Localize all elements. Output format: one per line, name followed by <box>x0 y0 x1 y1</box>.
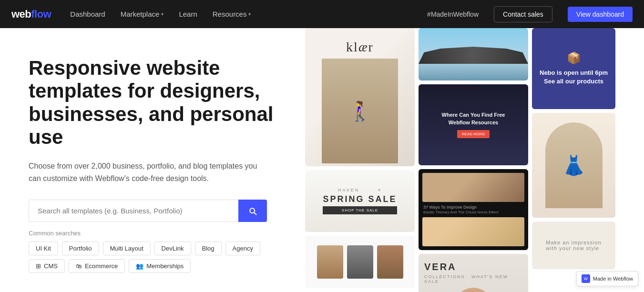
template-resources[interactable]: Where Can You Find FreeWebflow Resources… <box>419 84 528 165</box>
spring-nav: HAVEN · ≡ <box>323 188 397 192</box>
vera-subtitle: COLLECTIONS WHAT'S NEW SALE <box>424 274 522 284</box>
klaer-title: klær <box>346 40 374 55</box>
cms-icon: ⊞ <box>36 262 41 270</box>
search-row <box>29 200 267 222</box>
tag-ecommerce[interactable]: 🛍 Ecommerce <box>69 259 125 273</box>
search-button[interactable] <box>238 200 267 222</box>
tag-memberships[interactable]: 👥 Memberships <box>129 259 191 273</box>
search-input[interactable] <box>29 200 238 222</box>
template-fashion[interactable]: 👗 <box>532 113 615 218</box>
bridge-shape <box>419 45 528 64</box>
vera-title: VERA <box>424 262 522 272</box>
fashion-figure: 👗 <box>545 122 603 208</box>
common-searches-label: Common searches <box>29 230 276 237</box>
templates-grid: klær 🚶‍♀️ HAVEN · ≡ SPRING SALE SHOP THE… <box>305 28 644 292</box>
people-icon: 👥 <box>136 262 143 270</box>
shopping-cart-icon: 🛍 <box>76 262 82 270</box>
tags-row-1: UI Kit Portfolio Multi Layout DevLink Bl… <box>29 242 276 255</box>
tag-ui-kit[interactable]: UI Kit <box>29 242 58 255</box>
tag-blog[interactable]: Blog <box>195 242 222 255</box>
resources-title: Where Can You Find FreeWebflow Resources <box>442 111 505 126</box>
tag-agency[interactable]: Agency <box>225 242 260 255</box>
design-label: 37 Ways To Improve DesignElastic Themes … <box>422 205 524 214</box>
hero-title: Responsive website templates for designe… <box>29 57 276 149</box>
template-col-1: klær 🚶‍♀️ HAVEN · ≡ SPRING SALE SHOP THE… <box>305 28 415 292</box>
chevron-down-icon: ▾ <box>248 11 251 17</box>
template-design[interactable]: 37 Ways To Improve DesignElastic Themes … <box>419 169 528 250</box>
hero-subtitle: Choose from over 2,000 business, portfol… <box>29 160 257 184</box>
contact-sales-button[interactable]: Contact sales <box>494 6 552 22</box>
nav-learn[interactable]: Learn <box>179 10 197 18</box>
template-nebo[interactable]: 📦 Nebo is open until 6pmSee all our prod… <box>532 28 615 109</box>
chair-3 <box>377 245 403 279</box>
chevron-down-icon: ▾ <box>161 11 164 17</box>
template-vera[interactable]: VERA COLLECTIONS WHAT'S NEW SALE <box>419 254 528 292</box>
resources-btn: READ MORE <box>457 130 490 138</box>
klaer-figure: 🚶‍♀️ <box>322 59 398 163</box>
view-dashboard-button[interactable]: View dashboard <box>568 7 633 22</box>
page-wrapper: Responsive website templates for designe… <box>0 28 644 292</box>
tag-portfolio[interactable]: Portfolio <box>62 242 99 255</box>
design-bottom <box>422 217 524 246</box>
vera-figure <box>454 288 492 292</box>
template-spring[interactable]: HAVEN · ≡ SPRING SALE SHOP THE SALE <box>305 170 415 232</box>
nav-dashboard[interactable]: Dashboard <box>70 10 105 18</box>
design-top <box>422 173 524 202</box>
template-modern[interactable]: Make an impressionwith your new style <box>532 222 615 269</box>
made-in-webflow-link[interactable]: #MadeInWebflow <box>427 10 479 18</box>
tag-cms[interactable]: ⊞ CMS <box>29 259 65 273</box>
tag-devlink[interactable]: DevLink <box>154 242 191 255</box>
spring-title: SPRING SALE <box>323 194 397 204</box>
navbar: webflow Dashboard Marketplace ▾ Learn Re… <box>0 0 644 28</box>
nav-marketplace[interactable]: Marketplace ▾ <box>121 10 164 18</box>
template-col-3: 📦 Nebo is open until 6pmSee all our prod… <box>532 28 615 292</box>
tag-multi-layout[interactable]: Multi Layout <box>103 242 151 255</box>
modern-label: Make an impressionwith your new style <box>546 240 601 251</box>
made-badge-label: Made in Webflow <box>593 276 633 282</box>
logo[interactable]: webflow <box>11 8 51 20</box>
tags-row-2: ⊞ CMS 🛍 Ecommerce 👥 Memberships <box>29 259 276 273</box>
template-arrivals[interactable] <box>305 236 415 288</box>
spring-btn: SHOP THE SALE <box>323 206 397 214</box>
webflow-badge-icon: W <box>582 274 590 283</box>
hero-panel: Responsive website templates for designe… <box>0 28 305 292</box>
template-bridge[interactable] <box>419 28 528 81</box>
nebo-text: Nebo is open until 6pmSee all our produc… <box>540 69 608 86</box>
template-klaer[interactable]: klær 🚶‍♀️ <box>305 28 415 166</box>
search-icon <box>248 206 257 216</box>
nebo-icon: 📦 <box>567 51 581 65</box>
chair-1 <box>317 245 343 279</box>
template-col-2: Where Can You Find FreeWebflow Resources… <box>419 28 528 292</box>
chair-2 <box>347 245 373 279</box>
nav-resources[interactable]: Resources ▾ <box>213 10 251 18</box>
made-in-webflow-badge[interactable]: W Made in Webflow <box>576 271 638 286</box>
